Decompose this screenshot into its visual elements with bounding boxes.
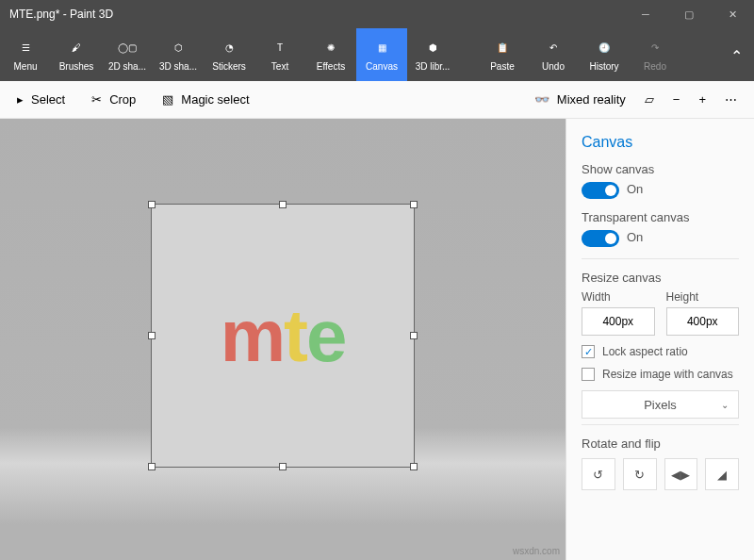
pointer-icon: ▸ [17, 92, 24, 107]
2d-shapes-button[interactable]: ◯▢2D sha... [102, 28, 153, 81]
resize-handle[interactable] [148, 201, 156, 208]
show-canvas-toggle[interactable] [582, 182, 619, 199]
resize-handle[interactable] [148, 332, 156, 339]
circle-square-icon: ◯▢ [118, 39, 137, 58]
resize-handle[interactable] [410, 332, 418, 339]
canvas-content: mte [221, 293, 346, 379]
stickers-button[interactable]: ◔Stickers [204, 28, 254, 81]
undo-button[interactable]: ↶Undo [528, 28, 579, 81]
menu-icon: ☰ [16, 39, 35, 58]
transparent-canvas-toggle[interactable] [582, 230, 619, 247]
flip-horizontal-button[interactable]: ◀▶ [664, 458, 698, 490]
units-dropdown[interactable]: Pixels⌄ [582, 390, 739, 419]
resize-image-label: Resize image with canvas [602, 368, 733, 381]
stickers-icon: ◔ [220, 39, 238, 58]
effects-button[interactable]: ✺Effects [305, 28, 356, 81]
transparent-canvas-label: Transparent canvas [582, 210, 739, 224]
select-tool[interactable]: ▸Select [17, 92, 65, 107]
resize-handle[interactable] [279, 201, 287, 208]
redo-button[interactable]: ↷Redo [630, 28, 680, 81]
crop-icon: ✂ [91, 92, 102, 107]
watermark: wsxdn.com [513, 546, 560, 556]
width-label: Width [582, 290, 655, 304]
expand-ribbon-button[interactable]: ⌃ [730, 47, 743, 65]
more-button[interactable]: ⋯ [725, 92, 737, 107]
canvas-icon: ▦ [372, 39, 391, 58]
magic-select-tool[interactable]: ▧Magic select [162, 92, 249, 107]
height-input[interactable] [666, 307, 740, 336]
titlebar: MTE.png* - Paint 3D ─ ▢ ✕ [0, 0, 754, 28]
lock-aspect-checkbox[interactable]: ✓ [582, 345, 595, 358]
redo-icon: ↷ [646, 39, 664, 58]
canvas-selection[interactable]: mte [151, 204, 415, 468]
canvas-viewport[interactable]: mte wsxdn.com [0, 119, 566, 560]
mr-icon: 👓 [534, 92, 549, 107]
brush-icon: 🖌 [67, 39, 86, 58]
show-canvas-label: Show canvas [582, 162, 739, 176]
resize-handle[interactable] [410, 463, 418, 470]
library-icon: ⬢ [423, 39, 442, 58]
lock-aspect-label: Lock aspect ratio [602, 345, 688, 358]
rotate-flip-label: Rotate and flip [582, 436, 739, 451]
rotate-right-button[interactable]: ↻ [623, 458, 657, 490]
paste-icon: 📋 [493, 39, 512, 58]
canvas-button[interactable]: ▦Canvas [356, 28, 407, 81]
menu-button[interactable]: ☰Menu [0, 28, 51, 81]
effects-icon: ✺ [321, 39, 340, 58]
perspective-icon[interactable]: ▱ [645, 92, 654, 107]
3d-shapes-button[interactable]: ⬡3D sha... [153, 28, 204, 81]
zoom-out-button[interactable]: − [673, 92, 680, 107]
width-input[interactable] [582, 307, 655, 336]
brushes-button[interactable]: 🖌Brushes [51, 28, 102, 81]
window-title: MTE.png* - Paint 3D [9, 8, 624, 21]
paste-button[interactable]: 📋Paste [477, 28, 528, 81]
text-icon: T [270, 39, 289, 58]
3d-library-button[interactable]: ⬢3D libr... [407, 28, 458, 81]
height-label: Height [666, 290, 740, 304]
resize-canvas-label: Resize canvas [582, 271, 739, 285]
ribbon: ☰Menu 🖌Brushes ◯▢2D sha... ⬡3D sha... ◔S… [0, 28, 754, 81]
minimize-button[interactable]: ─ [624, 0, 667, 28]
resize-handle[interactable] [279, 463, 287, 470]
history-button[interactable]: 🕘History [579, 28, 630, 81]
rotate-left-button[interactable]: ↺ [582, 458, 615, 490]
resize-handle[interactable] [410, 201, 418, 208]
resize-handle[interactable] [148, 463, 156, 470]
zoom-in-button[interactable]: + [698, 92, 706, 107]
close-button[interactable]: ✕ [711, 0, 754, 28]
flip-vertical-button[interactable]: ◢ [705, 458, 739, 490]
text-button[interactable]: TText [254, 28, 305, 81]
undo-icon: ↶ [544, 39, 563, 58]
panel-title: Canvas [582, 134, 739, 151]
mixed-reality-tool[interactable]: 👓Mixed reality [534, 92, 626, 107]
maximize-button[interactable]: ▢ [667, 0, 711, 28]
cube-icon: ⬡ [169, 39, 188, 58]
crop-tool[interactable]: ✂Crop [91, 92, 136, 107]
magic-icon: ▧ [162, 92, 173, 107]
resize-image-checkbox[interactable] [582, 368, 595, 381]
properties-panel: Canvas Show canvas On Transparent canvas… [566, 119, 754, 560]
secondary-toolbar: ▸Select ✂Crop ▧Magic select 👓Mixed reali… [0, 81, 754, 119]
chevron-down-icon: ⌄ [721, 400, 729, 410]
history-icon: 🕘 [595, 39, 614, 58]
